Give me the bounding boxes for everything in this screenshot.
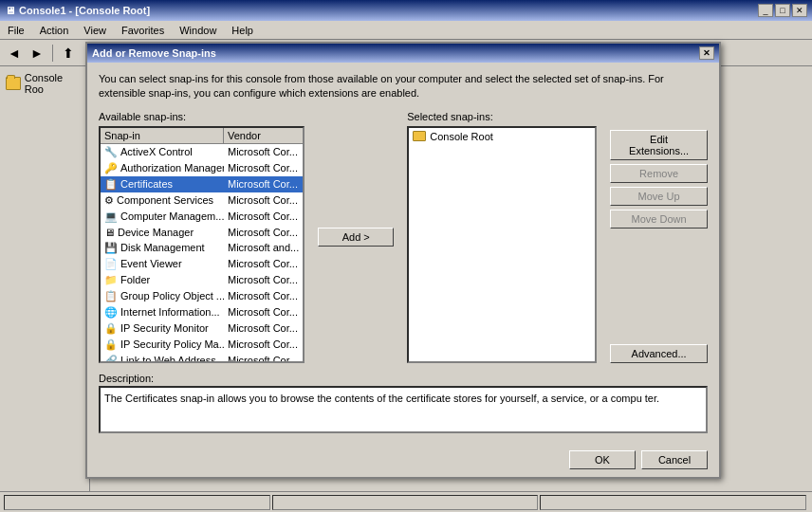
snapin-name-cell: 💾Disk Management — [101, 241, 224, 255]
snapin-name-cell: 📋Certificates — [101, 177, 224, 192]
snapin-icon: 🔒 — [104, 338, 118, 351]
description-box: The Certificates snap-in allows you to b… — [99, 386, 708, 433]
list-row[interactable]: 🖥Device ManagerMicrosoft Cor... — [101, 225, 303, 240]
snapin-name-cell: 🔑Authorization Manager — [101, 161, 224, 175]
available-label: Available snap-ins: — [99, 111, 304, 122]
selected-item-console-root: Console Root — [411, 130, 593, 143]
snapin-vendor-cell: Microsoft Cor... — [224, 273, 303, 286]
snapin-icon: 📄 — [104, 258, 118, 270]
list-row[interactable]: 🔒IP Security Policy Ma...Microsoft Cor..… — [101, 337, 303, 353]
snapin-name-cell: 💻Computer Managem... — [101, 210, 224, 224]
snapin-name-cell: 🔧ActiveX Control — [101, 145, 224, 159]
snap-in-area: Available snap-ins: Snap-in Vendor 🔧Acti… — [99, 111, 708, 363]
remove-button[interactable]: Remove — [610, 164, 708, 183]
move-up-button[interactable]: Move Up — [610, 187, 708, 206]
list-row[interactable]: 🔑Authorization ManagerMicrosoft Cor... — [101, 160, 303, 176]
snapin-vendor-cell: Microsoft Cor... — [224, 210, 303, 223]
move-down-button[interactable]: Move Down — [610, 210, 708, 229]
snapin-name-cell: 🌐Internet Information... — [101, 305, 224, 320]
snapin-name-cell: 🔗Link to Web Address — [101, 354, 224, 363]
snapin-icon: 🔗 — [104, 355, 118, 363]
snapin-vendor-cell: Microsoft and... — [224, 241, 303, 254]
list-row[interactable]: 🔧ActiveX ControlMicrosoft Cor... — [101, 144, 303, 160]
snapin-icon: 💾 — [104, 242, 118, 254]
list-row[interactable]: 📋CertificatesMicrosoft Cor... — [101, 176, 303, 192]
selected-label: Selected snap-ins: — [407, 111, 597, 122]
list-row[interactable]: ⚙Component ServicesMicrosoft Cor... — [101, 192, 303, 209]
snapin-vendor-cell: Microsoft Cor... — [224, 177, 303, 191]
dialog-title-bar: Add or Remove Snap-ins ✕ — [87, 44, 719, 63]
cancel-button[interactable]: Cancel — [641, 450, 708, 469]
selected-snapins-list[interactable]: Console Root — [407, 126, 597, 363]
available-snapins-list[interactable]: Snap-in Vendor 🔧ActiveX ControlMicrosoft… — [99, 126, 304, 363]
right-side: Selected snap-ins: Console Root — [407, 111, 597, 363]
right-buttons: Edit Extensions... Remove Move Up Move D… — [610, 111, 708, 363]
dialog-add-remove-snapins: Add or Remove Snap-ins ✕ You can select … — [85, 42, 721, 479]
list-row[interactable]: 💾Disk ManagementMicrosoft and... — [101, 240, 303, 256]
dialog-description: You can select snap-ins for this console… — [99, 72, 708, 101]
middle-buttons: Add > — [312, 111, 399, 363]
snapin-vendor-cell: Microsoft Cor... — [224, 338, 303, 351]
snapin-icon: 📋 — [104, 290, 118, 302]
snapin-name-cell: 🔒IP Security Policy Ma... — [101, 338, 224, 352]
snapin-vendor-cell: Microsoft Cor... — [224, 289, 303, 302]
snapin-icon: 🔒 — [104, 322, 118, 335]
list-row[interactable]: 💻Computer Managem...Microsoft Cor... — [101, 209, 303, 225]
snapin-name-cell: ⚙Component Services — [101, 193, 224, 208]
snapin-name-cell: 📋Group Policy Object ... — [101, 289, 224, 303]
snapin-vendor-cell: Microsoft Cor... — [224, 145, 303, 158]
list-row[interactable]: 📄Event ViewerMicrosoft Cor... — [101, 256, 303, 272]
list-row[interactable]: 📁FolderMicrosoft Cor... — [101, 272, 303, 288]
advanced-button[interactable]: Advanced... — [610, 344, 708, 363]
snapin-vendor-cell: Microsoft Cor... — [224, 305, 303, 319]
col-header-vendor[interactable]: Vendor — [224, 128, 303, 143]
snapin-vendor-cell: Microsoft Cor... — [224, 354, 303, 363]
snapin-rows-container: 🔧ActiveX ControlMicrosoft Cor...🔑Authori… — [101, 144, 303, 363]
col-header-snapin[interactable]: Snap-in — [101, 128, 224, 143]
list-row[interactable]: 📋Group Policy Object ...Microsoft Cor... — [101, 288, 303, 304]
add-button[interactable]: Add > — [318, 228, 394, 247]
console-root-icon — [413, 131, 426, 141]
dialog-close-button[interactable]: ✕ — [699, 46, 714, 60]
snapin-icon: 🖥 — [104, 227, 115, 238]
dialog-title-text: Add or Remove Snap-ins — [92, 47, 216, 59]
snapin-name-cell: 🖥Device Manager — [101, 226, 224, 239]
snapin-icon: 📋 — [104, 178, 118, 191]
list-row[interactable]: 🌐Internet Information...Microsoft Cor... — [101, 304, 303, 320]
snapin-icon: 🌐 — [104, 306, 118, 319]
snapin-name-cell: 📁Folder — [101, 273, 224, 287]
snapin-vendor-cell: Microsoft Cor... — [224, 321, 303, 335]
snapin-icon: ⚙ — [104, 194, 114, 207]
dialog-footer: OK Cancel — [87, 443, 719, 477]
snapin-name-cell: 🔒IP Security Monitor — [101, 321, 224, 336]
list-row[interactable]: 🔗Link to Web AddressMicrosoft Cor... — [101, 353, 303, 363]
description-label: Description: — [99, 373, 708, 384]
snapin-name-cell: 📄Event Viewer — [101, 257, 224, 271]
snapin-icon: 🔑 — [104, 162, 118, 174]
left-panel: Available snap-ins: Snap-in Vendor 🔧Acti… — [99, 111, 304, 363]
ok-button[interactable]: OK — [569, 450, 636, 469]
snapin-vendor-cell: Microsoft Cor... — [224, 226, 303, 239]
right-panel: Selected snap-ins: Console Root — [407, 111, 597, 363]
snapin-icon: 💻 — [104, 210, 118, 223]
modal-overlay: Add or Remove Snap-ins ✕ You can select … — [0, 0, 812, 512]
list-row[interactable]: 🔒IP Security MonitorMicrosoft Cor... — [101, 320, 303, 337]
dialog-body: You can select snap-ins for this console… — [87, 63, 719, 443]
description-area: Description: The Certificates snap-in al… — [99, 373, 708, 433]
snapin-icon: 📁 — [104, 274, 118, 286]
edit-extensions-button[interactable]: Edit Extensions... — [610, 130, 708, 160]
snapin-vendor-cell: Microsoft Cor... — [224, 193, 303, 207]
snapin-vendor-cell: Microsoft Cor... — [224, 257, 303, 270]
list-header: Snap-in Vendor — [101, 128, 303, 144]
snapin-vendor-cell: Microsoft Cor... — [224, 161, 303, 174]
console-root-label: Console Root — [430, 131, 493, 142]
snapin-icon: 🔧 — [104, 146, 118, 158]
